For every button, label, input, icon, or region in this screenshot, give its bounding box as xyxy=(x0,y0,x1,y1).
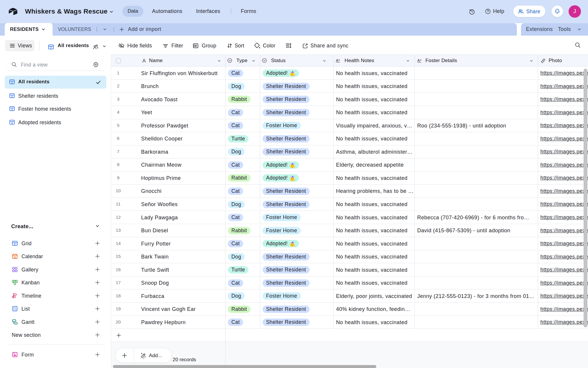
svg-text:31: 31 xyxy=(14,256,16,258)
